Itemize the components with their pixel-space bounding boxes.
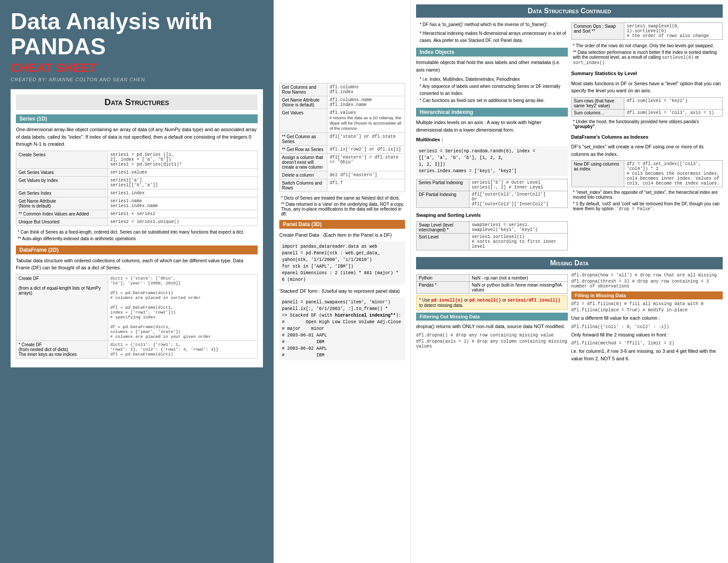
swap-sort-header: Swaping and Sorting Levels bbox=[416, 212, 568, 219]
table-row: Series Partial Indexing series1['b'] # O… bbox=[417, 179, 568, 191]
df-cols-table: New DF using columns as index df2 = dfl.… bbox=[571, 160, 723, 187]
ds-continued-left: DF has a 'to_panel()' method which is th… bbox=[416, 21, 568, 252]
hier-indexing-header: Hierarchical Indexing bbox=[416, 108, 568, 117]
ds-continued-bullets: DF has a 'to_panel()' method which is th… bbox=[416, 21, 568, 44]
ds-continued-content: DF has a 'to_panel()' method which is th… bbox=[416, 21, 723, 252]
dagger-note: ‡ By default, 'col3' and 'col4' will be … bbox=[571, 201, 723, 212]
missing-data-header: Missing Data bbox=[416, 257, 723, 269]
bullet-item: Hierarchical indexing makes N-dimensiona… bbox=[420, 30, 568, 44]
table-row: Create DF(from a dict of equal-length li… bbox=[16, 274, 258, 340]
created-by: Created By: Arianne Colton and Sean Chen bbox=[11, 77, 263, 82]
fill-in-header: Filling in Missing Data bbox=[571, 291, 723, 299]
dropna-desc: dropna() returns with ONLY non-null data… bbox=[416, 323, 568, 330]
df-cols-header: DataFrame's Columns as Indexes bbox=[571, 133, 723, 141]
panel-data-header: Panel Data (3D) bbox=[279, 220, 405, 229]
missing-right: dfl.dropna(how = 'all') # drop row that … bbox=[571, 273, 723, 365]
table-row: Assign a column that doesn't exist will … bbox=[280, 154, 405, 171]
table-row: Get Name Attribute(None is default) dfl.… bbox=[280, 96, 405, 109]
series-note-1: Can think of Series as a fixed-length, o… bbox=[16, 230, 258, 234]
table-row: ** Get Column as Series dfl['state'] or … bbox=[280, 133, 405, 146]
dropna2: dfl.dropna(axis = 1) # drop any column c… bbox=[416, 339, 568, 349]
reset-note: "reset_index" does the opposite of "set_… bbox=[571, 190, 723, 200]
series-table: Create Series series1 = pd.Series ([1,2]… bbox=[16, 151, 258, 226]
fillna2: dfl.fillna(inplace = True) # modify in-p… bbox=[571, 308, 723, 313]
data-structures-header: Data Structures bbox=[16, 94, 258, 110]
fillna4: dfl.fillna(method = 'ffill', limit = 2) bbox=[571, 341, 723, 346]
bullet-item: Can functions as fixed-size set in addit… bbox=[420, 97, 568, 104]
dict-note-2: Data returned is a 'view' on the underly… bbox=[279, 202, 405, 216]
data-structures-section: Data Structures Series (1D) One-dimensio… bbox=[11, 89, 263, 367]
df-ops-table: Get Columns and Row Names dfl.columnsdfl… bbox=[279, 83, 405, 192]
summary-stats-desc: Most stats functions in DF or Series hav… bbox=[571, 80, 723, 94]
middle-panel: Get Columns and Row Names dfl.columnsdfl… bbox=[274, 0, 410, 563]
table-row: ** Get Row as Series dfl.ix['row2'] or d… bbox=[280, 146, 405, 154]
missing-left: Python NaN - np.nan (not a number) Panda… bbox=[416, 273, 568, 365]
left-panel: Data Analysis with PANDAS CHEAT SHEET Cr… bbox=[0, 0, 274, 563]
bullet-item: DF has a 'to_panel()' method which is th… bbox=[420, 21, 568, 28]
table-row: Get Name Attribute(None is default) seri… bbox=[16, 197, 258, 210]
swap-note-1: The order of the rows do not change. Onl… bbox=[571, 43, 723, 48]
dataframe-desc: Tabular data structure with ordered coll… bbox=[16, 257, 258, 272]
table-row: Get Series Values series1.values bbox=[16, 168, 258, 176]
swap-sort-table: Swap Level (level interchanged) * swapSe… bbox=[416, 221, 568, 250]
index-desc: Immutable objects that hold the axis lab… bbox=[416, 59, 568, 73]
series-note-2: Auto-align differently-indexed data in a… bbox=[16, 236, 258, 241]
dropna-right1: dfl.dropna(how = 'all') # drop row that … bbox=[571, 273, 723, 278]
table-row: Sort Level series1.sortlevel(1)# sorts a… bbox=[417, 234, 568, 250]
table-row: DF Partial Indexing dfl['outerCol3','Inn… bbox=[417, 191, 568, 208]
multiindex-label: MultiIndex : bbox=[416, 136, 568, 144]
stacked-desc: 'Stacked' DF form : (Useful way to repre… bbox=[279, 287, 405, 295]
dataframe-header: DataFrame (2D) bbox=[16, 246, 258, 254]
multiindex-code: series1 = Series(np.random.randn(6), ind… bbox=[416, 146, 568, 176]
common-ops-table: Common Ops : Swap and Sort ** series1.sw… bbox=[571, 23, 723, 40]
table-row: New DF using columns as index df2 = dfl.… bbox=[571, 161, 723, 187]
table-row: Unique But Unsorted series2 = series1.un… bbox=[16, 218, 258, 226]
series-desc: One-dimensional array-like object contai… bbox=[16, 126, 258, 148]
bullet-item: Any sequence of labels used when constru… bbox=[420, 83, 568, 97]
swap-note-2: Data selection performance is much bette… bbox=[571, 50, 723, 65]
filter-missing-header: Filtering Out Missing Data bbox=[416, 313, 568, 321]
missing-data-section: Missing Data Python NaN - np.nan (not a … bbox=[416, 257, 723, 365]
table-row: Sum columns .. dfl.sum(level = 'col3', a… bbox=[571, 109, 723, 116]
missing-data-content: Python NaN - np.nan (not a number) Panda… bbox=[416, 273, 723, 365]
summary-note: Under the hood, the functionality provid… bbox=[571, 119, 723, 129]
dropna1: dfl.dropna() # drop any row containing m… bbox=[416, 333, 568, 338]
cheat-sheet-label: CHEAT SHEET bbox=[11, 61, 263, 75]
table-row: Get Columns and Row Names dfl.columnsdfl… bbox=[280, 83, 405, 96]
fillna3: dfl.fillna({'col1' : 0, 'col2' : -1}) bbox=[571, 325, 723, 329]
ds-continued-right: Common Ops : Swap and Sort ** series1.sw… bbox=[571, 21, 723, 252]
table-row: Create Series series1 = pd.Series ([1,2]… bbox=[16, 151, 258, 168]
table-row: Sum rows (that have same 'key2' value) d… bbox=[571, 97, 723, 109]
table-row: Python NaN - np.nan (not a number) bbox=[417, 275, 568, 282]
table-row: Swap Level (level interchanged) * swapSe… bbox=[417, 222, 568, 234]
missing-types-table: Python NaN - np.nan (not a number) Panda… bbox=[416, 274, 568, 294]
fillna1: df2 = dfl.fillna(0) # fill all missing d… bbox=[571, 302, 723, 306]
fillna-note2: Only forward fill the 2 missing values i… bbox=[571, 331, 723, 339]
series-header: Series (1D) bbox=[16, 114, 258, 123]
hier-desc: Multiple index levels on an axis : A way… bbox=[416, 119, 568, 133]
stacked-code: panell = panell.swapaxes('item', 'minor'… bbox=[279, 297, 405, 360]
index-objects-header: Index Objects bbox=[416, 48, 568, 57]
table-row: Get Values dfl.values# returns the data … bbox=[280, 109, 405, 133]
table-row: Pandas * NaN or python built-in None mea… bbox=[417, 282, 568, 294]
fillna-note: Use a different fill value for each colu… bbox=[571, 314, 723, 322]
partial-index-table: Series Partial Indexing series1['b'] # O… bbox=[416, 179, 568, 208]
panel-code: import pandas_datareader.data as web pan… bbox=[279, 242, 405, 285]
right-panel: Data Structures Continued DF has a 'to_p… bbox=[410, 0, 728, 563]
table-row: Switch Columns and Rows dfl.T bbox=[280, 179, 405, 192]
dropna-right2: dfl.dropna(thresh = 3) # drop any row co… bbox=[571, 279, 723, 289]
bullet-item: i.e. Index, MultiIndex, DatetimeIndex, P… bbox=[420, 76, 568, 83]
dict-note-1: Dicts of Series are treated the same as … bbox=[279, 196, 405, 200]
table-row: Get Series Index series1.index bbox=[16, 189, 258, 197]
main-title: Data Analysis with PANDAS bbox=[11, 9, 263, 59]
fillna-example: i.e. for column1, if row 3-6 are missing… bbox=[571, 348, 723, 362]
panel-desc: Create Panel Data : (Each item in the Pa… bbox=[279, 231, 405, 239]
summary-stats-header: Summary Statistics by Level bbox=[571, 70, 723, 77]
data-structures-continued-header: Data Structures Continued bbox=[416, 4, 723, 18]
summary-stats-table: Sum rows (that have same 'key2' value) d… bbox=[571, 97, 723, 117]
table-row: ** Common Index Values are Added series1… bbox=[16, 210, 258, 218]
table-row: Common Ops : Swap and Sort ** series1.sw… bbox=[571, 23, 723, 40]
df-cols-desc: DF's "set_index" will create a new DF us… bbox=[571, 143, 723, 158]
index-bullets: i.e. Index, MultiIndex, DatetimeIndex, P… bbox=[416, 76, 568, 104]
detect-missing-note: * Use pd.isnull(s) or pd.notnull() or se… bbox=[416, 295, 568, 310]
